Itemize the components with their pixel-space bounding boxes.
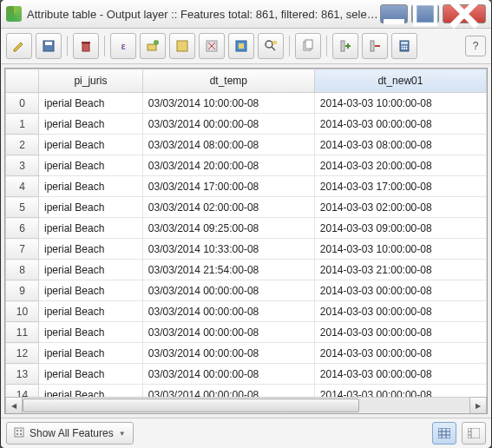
cell-dt-new01[interactable]: 2014-03-03 10:00:00-08 — [314, 239, 486, 260]
cell-pi-juris[interactable]: iperial Beach — [39, 155, 143, 176]
table-row[interactable]: 0iperial Beach03/03/2014 10:00:00-082014… — [6, 93, 487, 114]
copy-icon[interactable] — [295, 33, 321, 59]
row-header[interactable]: 1 — [6, 114, 39, 135]
expression-select-icon[interactable]: ε — [110, 33, 136, 59]
cell-dt-new01[interactable]: 2014-03-03 00:00:00-08 — [314, 364, 486, 385]
cell-pi-juris[interactable]: iperial Beach — [39, 322, 143, 343]
table-row[interactable]: 1iperial Beach03/03/2014 00:00:00-082014… — [6, 114, 487, 135]
row-header[interactable]: 5 — [6, 197, 39, 218]
cell-dt-new01[interactable]: 2014-03-03 00:00:00-08 — [314, 280, 486, 301]
row-header[interactable]: 11 — [6, 322, 39, 343]
table-row[interactable]: 10iperial Beach03/03/2014 00:00:00-08201… — [6, 301, 487, 322]
cell-pi-juris[interactable]: iperial Beach — [39, 301, 143, 322]
cell-dt-temp[interactable]: 03/03/2014 08:00:00-08 — [142, 135, 314, 155]
cell-dt-new01[interactable]: 2014-03-03 21:00:00-08 — [314, 260, 486, 280]
table-row[interactable]: 2iperial Beach03/03/2014 08:00:00-082014… — [6, 135, 487, 155]
table-row[interactable]: 4iperial Beach03/03/2014 17:00:00-082014… — [6, 176, 487, 197]
new-column-icon[interactable] — [332, 33, 358, 59]
row-header[interactable]: 10 — [6, 301, 39, 322]
cell-pi-juris[interactable]: iperial Beach — [39, 114, 143, 135]
calculator-icon[interactable] — [391, 33, 417, 59]
cell-dt-temp[interactable]: 03/03/2014 00:00:00-08 — [142, 385, 314, 398]
cell-dt-new01[interactable]: 2014-03-03 00:00:00-08 — [314, 322, 486, 343]
cell-dt-temp[interactable]: 03/03/2014 00:00:00-08 — [142, 364, 314, 385]
cell-pi-juris[interactable]: iperial Beach — [39, 260, 143, 280]
cell-dt-new01[interactable]: 2014-03-03 00:00:00-08 — [314, 343, 486, 364]
row-header[interactable]: 4 — [6, 176, 39, 197]
cell-dt-temp[interactable]: 03/03/2014 20:00:00-08 — [142, 155, 314, 176]
cell-pi-juris[interactable]: iperial Beach — [39, 93, 143, 114]
filter-dropdown[interactable]: Show All Features ▼ — [6, 422, 134, 445]
invert-select-icon[interactable] — [228, 33, 254, 59]
cell-dt-new01[interactable]: 2014-03-03 08:00:00-08 — [314, 135, 486, 155]
cell-dt-temp[interactable]: 03/03/2014 00:00:00-08 — [142, 280, 314, 301]
cell-dt-new01[interactable]: 2014-03-03 00:00:00-08 — [314, 385, 486, 398]
close-button[interactable] — [443, 4, 486, 23]
row-header[interactable]: 3 — [6, 155, 39, 176]
deselect-icon[interactable] — [199, 33, 225, 59]
cell-dt-temp[interactable]: 03/03/2014 17:00:00-08 — [142, 176, 314, 197]
row-header[interactable]: 9 — [6, 280, 39, 301]
cell-dt-new01[interactable]: 2014-03-03 17:00:00-08 — [314, 176, 486, 197]
cell-pi-juris[interactable]: iperial Beach — [39, 364, 143, 385]
scroll-right-icon[interactable]: ▶ — [469, 397, 487, 414]
cell-pi-juris[interactable]: iperial Beach — [39, 218, 143, 239]
cell-dt-temp[interactable]: 03/03/2014 00:00:00-08 — [142, 114, 314, 135]
table-row[interactable]: 11iperial Beach03/03/2014 00:00:00-08201… — [6, 322, 487, 343]
horizontal-scrollbar[interactable]: ◀ ▶ — [5, 397, 487, 413]
column-header[interactable]: dt_new01 — [314, 69, 486, 93]
row-header[interactable]: 12 — [6, 343, 39, 364]
table-row[interactable]: 12iperial Beach03/03/2014 00:00:00-08201… — [6, 343, 487, 364]
table-row[interactable]: 9iperial Beach03/03/2014 00:00:00-082014… — [6, 280, 487, 301]
maximize-button[interactable] — [411, 4, 439, 23]
layer-add-icon[interactable] — [140, 33, 166, 59]
cell-pi-juris[interactable]: iperial Beach — [39, 343, 143, 364]
table-row[interactable]: 8iperial Beach03/03/2014 21:54:00-082014… — [6, 260, 487, 280]
cell-dt-temp[interactable]: 03/03/2014 10:33:00-08 — [142, 239, 314, 260]
delete-icon[interactable] — [73, 33, 99, 59]
zoom-selected-icon[interactable] — [258, 33, 284, 59]
row-header[interactable]: 8 — [6, 260, 39, 280]
table-row[interactable]: 5iperial Beach03/03/2014 02:00:00-082014… — [6, 197, 487, 218]
cell-pi-juris[interactable]: iperial Beach — [39, 176, 143, 197]
row-header[interactable]: 14 — [6, 385, 39, 398]
data-grid[interactable]: pi_juris dt_temp dt_new01 0iperial Beach… — [5, 69, 487, 397]
table-row[interactable]: 14iperial Beach03/03/2014 00:00:00-08201… — [6, 385, 487, 398]
cell-pi-juris[interactable]: iperial Beach — [39, 385, 143, 398]
titlebar[interactable]: Attribute table - Output layer :: Featur… — [1, 0, 491, 29]
cell-pi-juris[interactable]: iperial Beach — [39, 239, 143, 260]
pencil-icon[interactable] — [6, 33, 32, 59]
row-header[interactable]: 2 — [6, 135, 39, 155]
cell-dt-temp[interactable]: 03/03/2014 00:00:00-08 — [142, 343, 314, 364]
scrollbar-track[interactable] — [23, 399, 469, 412]
cell-dt-temp[interactable]: 03/03/2014 02:00:00-08 — [142, 197, 314, 218]
row-header[interactable]: 6 — [6, 218, 39, 239]
table-row[interactable]: 13iperial Beach03/03/2014 00:00:00-08201… — [6, 364, 487, 385]
row-header[interactable]: 13 — [6, 364, 39, 385]
cell-dt-new01[interactable]: 2014-03-03 00:00:00-08 — [314, 114, 486, 135]
table-view-button[interactable] — [432, 422, 456, 445]
scrollbar-thumb[interactable] — [23, 399, 359, 412]
form-view-button[interactable] — [462, 422, 486, 445]
help-button[interactable]: ? — [465, 36, 486, 56]
column-header[interactable]: pi_juris — [39, 69, 143, 93]
cell-pi-juris[interactable]: iperial Beach — [39, 135, 143, 155]
cell-dt-temp[interactable]: 03/03/2014 21:54:00-08 — [142, 260, 314, 280]
cell-dt-temp[interactable]: 03/03/2014 10:00:00-08 — [142, 93, 314, 114]
cell-dt-new01[interactable]: 2014-03-03 09:00:00-08 — [314, 218, 486, 239]
cell-dt-temp[interactable]: 03/03/2014 00:00:00-08 — [142, 301, 314, 322]
corner-header[interactable] — [6, 69, 39, 93]
cell-dt-temp[interactable]: 03/03/2014 09:25:00-08 — [142, 218, 314, 239]
save-icon[interactable] — [36, 33, 62, 59]
column-header[interactable]: dt_temp — [142, 69, 314, 93]
row-header[interactable]: 7 — [6, 239, 39, 260]
table-row[interactable]: 6iperial Beach03/03/2014 09:25:00-082014… — [6, 218, 487, 239]
table-row[interactable]: 3iperial Beach03/03/2014 20:00:00-082014… — [6, 155, 487, 176]
cell-dt-temp[interactable]: 03/03/2014 00:00:00-08 — [142, 322, 314, 343]
minimize-button[interactable] — [380, 4, 408, 23]
table-row[interactable]: 7iperial Beach03/03/2014 10:33:00-082014… — [6, 239, 487, 260]
row-header[interactable]: 0 — [6, 93, 39, 114]
delete-column-icon[interactable] — [362, 33, 388, 59]
select-all-icon[interactable] — [169, 33, 195, 59]
cell-dt-new01[interactable]: 2014-03-03 02:00:00-08 — [314, 197, 486, 218]
